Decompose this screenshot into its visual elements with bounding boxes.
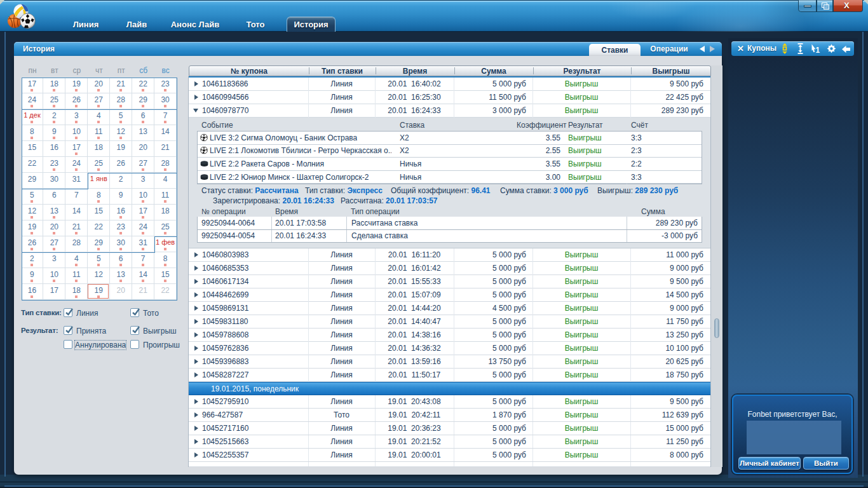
svg-text:1: 1 <box>816 46 820 55</box>
